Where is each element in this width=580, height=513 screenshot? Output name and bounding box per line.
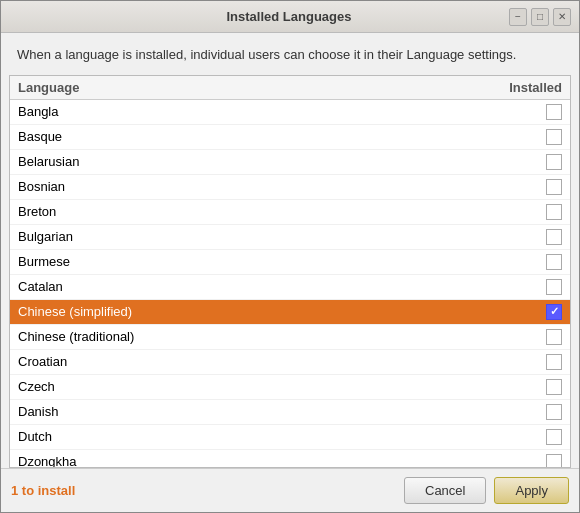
checkbox-icon[interactable] [546,154,562,170]
checkbox-icon[interactable] [546,229,562,245]
footer: 1 to install Cancel Apply [1,468,579,512]
maximize-button[interactable]: □ [531,8,549,26]
installed-checkbox[interactable] [492,104,562,120]
installed-checkbox[interactable] [492,204,562,220]
checkbox-icon[interactable] [546,204,562,220]
language-name: Catalan [18,279,492,294]
table-row[interactable]: Dutch [10,425,570,450]
minimize-button[interactable]: − [509,8,527,26]
language-table: Language Installed BanglaBasqueBelarusia… [9,75,571,469]
table-row[interactable]: Burmese [10,250,570,275]
title-bar: Installed Languages − □ ✕ [1,1,579,33]
checkbox-icon[interactable] [546,304,562,320]
language-name: Dzongkha [18,454,492,467]
close-button[interactable]: ✕ [553,8,571,26]
window-controls: − □ ✕ [509,8,571,26]
language-name: Chinese (simplified) [18,304,492,319]
window-title: Installed Languages [69,9,509,24]
installed-checkbox[interactable] [492,379,562,395]
installed-checkbox[interactable] [492,229,562,245]
language-name: Danish [18,404,492,419]
footer-buttons: Cancel Apply [404,477,569,504]
installed-checkbox[interactable] [492,454,562,468]
apply-button[interactable]: Apply [494,477,569,504]
table-row[interactable]: Bangla [10,100,570,125]
table-row[interactable]: Basque [10,125,570,150]
language-name: Bosnian [18,179,492,194]
table-row[interactable]: Belarusian [10,150,570,175]
checkbox-icon[interactable] [546,354,562,370]
installed-checkbox[interactable] [492,404,562,420]
checkbox-icon[interactable] [546,379,562,395]
installed-checkbox[interactable] [492,129,562,145]
installed-checkbox[interactable] [492,254,562,270]
language-name: Bulgarian [18,229,492,244]
table-body: BanglaBasqueBelarusianBosnianBretonBulga… [10,100,570,468]
table-row[interactable]: Danish [10,400,570,425]
checkbox-icon[interactable] [546,454,562,468]
language-name: Belarusian [18,154,492,169]
language-name: Czech [18,379,492,394]
installed-checkbox[interactable] [492,304,562,320]
installed-checkbox[interactable] [492,154,562,170]
cancel-button[interactable]: Cancel [404,477,486,504]
installed-checkbox[interactable] [492,329,562,345]
language-name: Bangla [18,104,492,119]
checkbox-icon[interactable] [546,179,562,195]
checkbox-icon[interactable] [546,104,562,120]
table-row[interactable]: Chinese (simplified) [10,300,570,325]
language-column-header: Language [18,80,492,95]
main-window: Installed Languages − □ ✕ When a languag… [0,0,580,513]
table-header: Language Installed [10,76,570,100]
table-row[interactable]: Breton [10,200,570,225]
language-name: Burmese [18,254,492,269]
table-row[interactable]: Bulgarian [10,225,570,250]
installed-checkbox[interactable] [492,354,562,370]
language-name: Croatian [18,354,492,369]
installed-checkbox[interactable] [492,279,562,295]
table-row[interactable]: Catalan [10,275,570,300]
table-row[interactable]: Dzongkha [10,450,570,468]
installed-column-header: Installed [492,80,562,95]
checkbox-icon[interactable] [546,329,562,345]
table-row[interactable]: Czech [10,375,570,400]
language-name: Basque [18,129,492,144]
table-row[interactable]: Croatian [10,350,570,375]
checkbox-icon[interactable] [546,429,562,445]
table-row[interactable]: Chinese (traditional) [10,325,570,350]
checkbox-icon[interactable] [546,404,562,420]
language-name: Dutch [18,429,492,444]
installed-checkbox[interactable] [492,429,562,445]
description-text: When a language is installed, individual… [1,33,579,75]
checkbox-icon[interactable] [546,254,562,270]
table-row[interactable]: Bosnian [10,175,570,200]
language-name: Breton [18,204,492,219]
checkbox-icon[interactable] [546,129,562,145]
install-count: 1 to install [11,483,404,498]
language-name: Chinese (traditional) [18,329,492,344]
installed-checkbox[interactable] [492,179,562,195]
checkbox-icon[interactable] [546,279,562,295]
